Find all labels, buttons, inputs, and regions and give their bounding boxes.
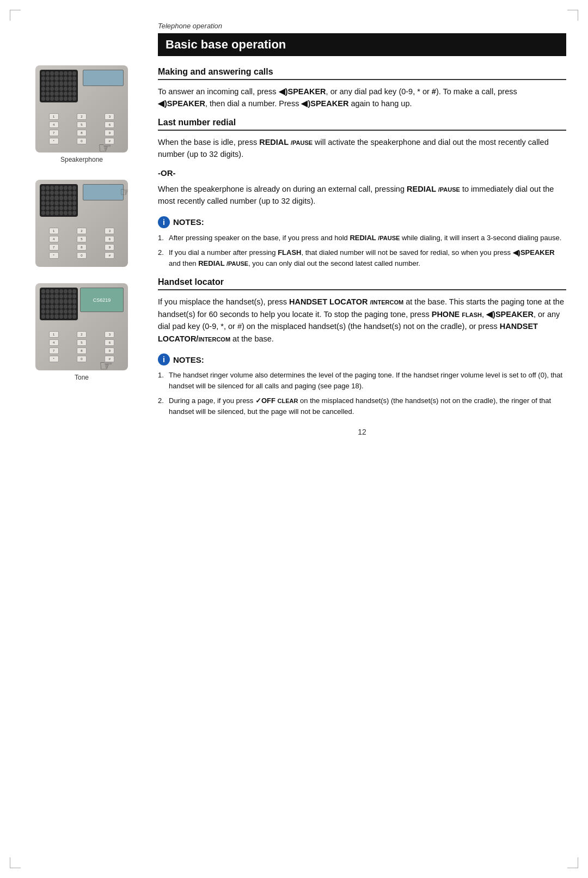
left-column: 123 456 789 *0# ☞ (22, 22, 142, 453)
speakerphone-label: Speakerphone (60, 156, 103, 163)
making-calls-text: To answer an incoming call, press ◀)SPEA… (158, 86, 566, 110)
notes-header-2: i NOTES: (158, 353, 566, 365)
last-number-redial-text1: When the base is idle, press REDIAL /PAU… (158, 136, 566, 161)
phone-image-3: CS6219 123 456 789 *0# (35, 283, 128, 381)
phone-image-1: 123 456 789 *0# ☞ (35, 65, 128, 163)
tone-label: Tone (75, 374, 89, 381)
notes-section-1: i NOTES: After pressing speaker on the b… (158, 216, 566, 269)
notes-title-2: NOTES: (173, 355, 204, 364)
note-item: If you dial a number after pressing FLAS… (158, 247, 566, 269)
making-calls-heading: Making and answering calls (158, 67, 566, 80)
last-number-redial-heading: Last number redial (158, 118, 566, 131)
phone-device-1: 123 456 789 *0# ☞ (35, 65, 128, 153)
notes-section-2: i NOTES: The handset ringer volume also … (158, 353, 566, 417)
notes-icon-1: i (158, 216, 170, 228)
notes-title-1: NOTES: (173, 217, 204, 227)
corner-mark-br (567, 857, 578, 868)
section-category: Telephone operation (158, 22, 566, 30)
corner-mark-bl (10, 857, 21, 868)
right-column: Telephone operation Basic base operation… (158, 22, 566, 453)
note-item: After pressing speaker on the base, if y… (158, 233, 566, 243)
corner-mark-tl (10, 10, 21, 21)
phone-image-2: 123 456 789 *0# ☞ (35, 180, 128, 267)
phone-device-2: 123 456 789 *0# ☞ (35, 180, 128, 267)
notes-list-1: After pressing speaker on the base, if y… (158, 233, 566, 269)
notes-list-2: The handset ringer volume also determine… (158, 370, 566, 417)
phone-device-3: CS6219 123 456 789 *0# (35, 283, 128, 370)
notes-header-1: i NOTES: (158, 216, 566, 228)
corner-mark-tr (567, 10, 578, 21)
notes-icon-2: i (158, 353, 170, 365)
note-item: During a page, if you press ✓OFF CLEAR o… (158, 395, 566, 417)
last-number-redial-text2: When the speakerphone is already on duri… (158, 183, 566, 208)
note-item: The handset ringer volume also determine… (158, 370, 566, 391)
handset-locator-heading: Handset locator (158, 277, 566, 290)
page-number: 12 (158, 428, 566, 453)
handset-locator-text: If you misplace the handset(s), press HA… (158, 296, 566, 345)
page-title: Basic base operation (158, 33, 566, 56)
or-divider: -OR- (158, 168, 566, 178)
